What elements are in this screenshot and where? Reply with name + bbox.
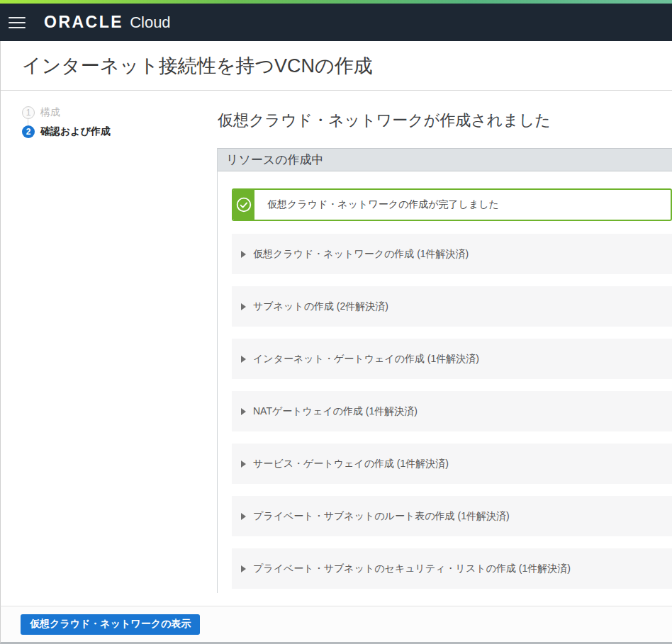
vcn-created-heading: 仮想クラウド・ネットワークが作成されました [218,110,672,131]
view-vcn-button[interactable]: 仮想クラウド・ネットワークの表示 [21,614,200,635]
resource-item[interactable]: サブネットの作成 (2件解決済) [232,286,672,327]
resource-item-label: プライベート・サブネットのセキュリティ・リストの作成 (1件解決済) [253,563,571,575]
resources-panel: リソースの作成中 仮想クラウド・ネットワークの作成が完了しました [217,148,672,593]
check-circle-icon [236,197,252,213]
resource-item[interactable]: サービス・ゲートウェイの作成 (1件解決済) [232,444,672,484]
resource-item-label: プライベート・サブネットのルート表の作成 (1件解決済) [253,510,510,523]
triangle-right-icon [241,461,246,468]
content-area: 1 構成 2 確認および作成 仮想クラウド・ネットワークが作成されました リソー… [1,91,672,606]
triangle-right-icon [241,303,246,310]
resource-item-label: NATゲートウェイの作成 (1件解決済) [253,405,418,418]
success-banner-accent [233,190,254,220]
app-header: ORACLE Cloud [0,4,672,41]
footer-bar: 仮想クラウド・ネットワークの表示 [0,606,672,644]
step-item-review-create[interactable]: 2 確認および作成 [22,125,111,138]
resource-item-label: 仮想クラウド・ネットワークの作成 (1件解決済) [253,248,469,261]
step-item-configuration[interactable]: 1 構成 [22,106,111,119]
resource-item[interactable]: プライベート・サブネットのルート表の作成 (1件解決済) [232,496,672,536]
main-column: 仮想クラウド・ネットワークが作成されました リソースの作成中 仮想クラウド・ネッ… [217,91,672,593]
triangle-right-icon [241,565,246,572]
success-message: 仮想クラウド・ネットワークの作成が完了しました [254,190,499,220]
oracle-cloud-logo: ORACLE Cloud [44,13,171,32]
triangle-right-icon [241,408,246,415]
resource-list: 仮想クラウド・ネットワークの作成 (1件解決済) サブネットの作成 (2件解決済… [232,234,672,589]
step-label: 構成 [40,106,60,119]
step-number-badge: 2 [22,125,35,138]
resources-panel-body: 仮想クラウド・ネットワークの作成が完了しました 仮想クラウド・ネットワークの作成… [218,171,672,593]
resource-item[interactable]: インターネット・ゲートウェイの作成 (1件解決済) [232,339,672,379]
step-number-badge: 1 [22,106,35,119]
triangle-right-icon [241,356,246,363]
resource-item-label: サブネットの作成 (2件解決済) [253,300,388,313]
step-label: 確認および作成 [40,125,111,138]
triangle-right-icon [241,251,246,258]
resource-item[interactable]: NATゲートウェイの作成 (1件解決済) [232,391,672,431]
resource-item[interactable]: プライベート・サブネットのセキュリティ・リストの作成 (1件解決済) [232,548,672,589]
resource-item-label: インターネット・ゲートウェイの作成 (1件解決済) [253,353,479,366]
step-connector-line [28,119,28,125]
resources-panel-header: リソースの作成中 [218,148,672,171]
page-body: インターネット接続性を持つVCNの作成 1 構成 2 確認および作成 仮想クラウ… [0,41,672,644]
resource-item-label: サービス・ゲートウェイの作成 (1件解決済) [253,458,449,470]
logo-oracle-text: ORACLE [44,13,123,32]
success-banner: 仮想クラウド・ネットワークの作成が完了しました [232,188,672,221]
triangle-right-icon [241,513,246,520]
resource-item[interactable]: 仮想クラウド・ネットワークの作成 (1件解決済) [232,234,672,274]
hamburger-menu-icon[interactable] [9,14,26,31]
page-title: インターネット接続性を持つVCNの作成 [22,53,373,79]
resources-panel-title: リソースの作成中 [226,152,324,168]
wizard-steps: 1 構成 2 確認および作成 [22,106,111,138]
title-bar: インターネット接続性を持つVCNの作成 [1,41,672,91]
logo-cloud-text: Cloud [130,13,170,32]
